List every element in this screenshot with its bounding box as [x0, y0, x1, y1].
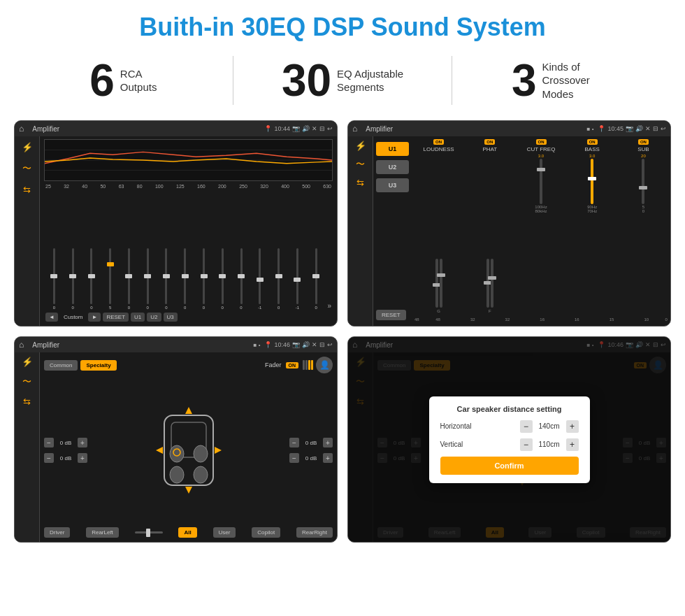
- slider-11[interactable]: 0: [233, 248, 250, 310]
- vertical-minus[interactable]: −: [520, 438, 533, 451]
- db-minus-4[interactable]: −: [289, 453, 299, 463]
- pos-rearright[interactable]: RearRight: [296, 527, 333, 538]
- fader-icon-1[interactable]: ⚡: [22, 357, 33, 367]
- vertical-label: Vertical: [440, 440, 463, 448]
- home-icon-3[interactable]: ⌂: [19, 340, 24, 350]
- db-plus-3[interactable]: +: [323, 438, 333, 447]
- slider-1[interactable]: 0: [45, 248, 63, 310]
- fader-icon-3[interactable]: ⇆: [23, 396, 31, 407]
- fader-tabs: Common Specialty Fader ON 👤: [44, 357, 333, 373]
- slider-6[interactable]: 0: [139, 248, 157, 310]
- tab-specialty[interactable]: Specialty: [80, 360, 116, 371]
- fader-icon-2[interactable]: 〜: [22, 375, 31, 388]
- eq-icon-1[interactable]: ⚡: [22, 142, 33, 152]
- pos-rearleft[interactable]: RearLeft: [86, 527, 119, 538]
- page-title: Buith-in 30EQ DSP Sound System: [0, 0, 685, 49]
- pos-driver[interactable]: Driver: [44, 527, 70, 538]
- window-icon-3: ⊟: [319, 341, 325, 348]
- slider-3[interactable]: 0: [83, 248, 101, 310]
- screen-eq: ⌂ Amplifier 📍 10:44 📷 🔊 ✕ ⊟ ↩ ⚡ 〜 ⇆: [14, 120, 338, 327]
- home-icon[interactable]: ⌂: [19, 124, 24, 134]
- db-row-2: − 0 dB +: [44, 453, 87, 463]
- pos-user[interactable]: User: [213, 527, 236, 538]
- topbar-icons: 📍 10:44 📷 🔊 ✕ ⊟ ↩: [264, 125, 333, 132]
- slider-14[interactable]: -1: [289, 248, 306, 310]
- slider-13[interactable]: 0: [270, 248, 287, 310]
- db-plus-1[interactable]: +: [78, 438, 87, 447]
- eq-play-btn[interactable]: ►: [88, 313, 101, 322]
- car-diagram: [150, 401, 227, 499]
- profile-btn[interactable]: 👤: [316, 357, 333, 373]
- topbar-crossover: ⌂ Amplifier ■ • 📍 10:45 📷 🔊 ✕ ⊟ ↩: [348, 121, 670, 136]
- cross-icon-3[interactable]: ⇆: [356, 178, 364, 188]
- vertical-plus[interactable]: +: [566, 438, 579, 451]
- fader-label: Fader: [265, 361, 282, 368]
- svg-marker-11: [185, 487, 192, 494]
- slider-4[interactable]: 5: [101, 248, 119, 310]
- confirm-button[interactable]: Confirm: [440, 457, 579, 475]
- volume-icon-2: 🔊: [635, 125, 643, 132]
- ch-sub: ON SUB 20 50: [619, 139, 668, 313]
- slider-5[interactable]: 0: [120, 248, 138, 310]
- horizontal-minus[interactable]: −: [520, 420, 533, 433]
- home-icon-2[interactable]: ⌂: [352, 124, 357, 134]
- eq-sidebar: ⚡ 〜 ⇆: [15, 136, 40, 326]
- stat-crossover-number: 3: [512, 58, 537, 103]
- eq-back-btn[interactable]: ◄: [45, 313, 58, 322]
- cross-icon-1[interactable]: ⚡: [355, 141, 366, 151]
- slider-10[interactable]: 0: [214, 248, 231, 310]
- db-plus-4[interactable]: +: [323, 453, 333, 463]
- u2-btn[interactable]: U2: [376, 160, 409, 174]
- slider-9[interactable]: 0: [195, 248, 212, 310]
- ch-numbers: 4848 32 32 16 16 15 10 0: [414, 316, 668, 323]
- eq-u2-btn[interactable]: U2: [147, 313, 161, 322]
- slider-2[interactable]: 0: [64, 248, 82, 310]
- cross-icon-2[interactable]: 〜: [356, 158, 365, 171]
- u1-btn[interactable]: U1: [376, 142, 409, 156]
- stats-row: 6 RCAOutputs 30 EQ AdjustableSegments 3 …: [0, 49, 685, 115]
- pos-all[interactable]: All: [178, 527, 196, 538]
- pos-copilot[interactable]: Copilot: [252, 527, 280, 538]
- u3-btn[interactable]: U3: [376, 178, 409, 192]
- eq-reset-btn[interactable]: RESET: [103, 313, 129, 322]
- dialog-overlay: Car speaker distance setting Horizontal …: [348, 337, 670, 542]
- db-minus-1[interactable]: −: [44, 438, 54, 447]
- tab-common[interactable]: Common: [44, 360, 78, 371]
- vertical-control: − 110cm +: [520, 438, 579, 451]
- stat-eq: 30 EQ AdjustableSegments: [247, 58, 438, 103]
- eq-u1-btn[interactable]: U1: [131, 313, 145, 322]
- crossover-title: Amplifier: [361, 125, 582, 133]
- eq-time: 10:44: [274, 125, 290, 132]
- vertical-row: Vertical − 110cm +: [440, 438, 579, 451]
- expand-icon[interactable]: »: [327, 302, 331, 310]
- slider-7[interactable]: 0: [158, 248, 175, 310]
- topbar-icons-2: 📍 10:45 📷 🔊 ✕ ⊟ ↩: [598, 125, 666, 132]
- fader-content: ⚡ 〜 ⇆ Common Specialty Fader ON: [15, 352, 337, 542]
- eq-u3-btn[interactable]: U3: [164, 313, 178, 322]
- camera-icon-2: 📷: [626, 125, 633, 132]
- eq-preset-label: Custom: [60, 313, 87, 322]
- db-value-4: 0 dB: [301, 455, 321, 461]
- cross-reset-btn[interactable]: RESET: [376, 310, 406, 320]
- fader-slider-mini: [303, 360, 313, 370]
- eq-graph: [44, 139, 333, 181]
- eq-icon-3[interactable]: ⇆: [23, 185, 31, 195]
- db-minus-2[interactable]: −: [44, 453, 54, 463]
- db-plus-2[interactable]: +: [78, 453, 87, 463]
- fader-sidebar: ⚡ 〜 ⇆: [15, 352, 40, 542]
- back-icon: ↩: [327, 125, 333, 132]
- eq-icon-2[interactable]: 〜: [22, 162, 31, 175]
- topbar-dots-3: ■ •: [254, 342, 261, 348]
- slider-15[interactable]: 0: [308, 248, 325, 310]
- eq-content: ⚡ 〜 ⇆ 2: [15, 136, 337, 326]
- slider-12[interactable]: -1: [251, 248, 268, 310]
- dialog-title: Car speaker distance setting: [440, 405, 579, 413]
- slider-8[interactable]: 0: [176, 248, 194, 310]
- camera-icon-3: 📷: [292, 341, 300, 348]
- screen-fader: ⌂ Amplifier ■ • 📍 10:46 📷 🔊 ✕ ⊟ ↩ ⚡ 〜 ⇆ …: [14, 336, 338, 543]
- db-minus-3[interactable]: −: [289, 438, 299, 447]
- svg-point-7: [170, 466, 184, 483]
- divider-1: [233, 56, 233, 105]
- horizontal-plus[interactable]: +: [566, 420, 579, 433]
- horizontal-value: 140cm: [535, 422, 563, 430]
